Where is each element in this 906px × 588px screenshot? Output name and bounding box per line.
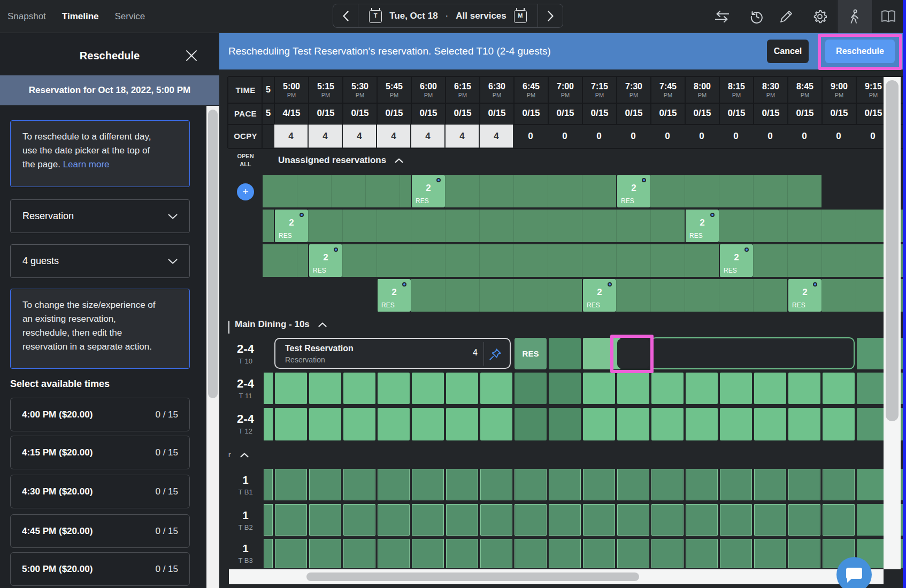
grid-cell[interactable] bbox=[788, 408, 820, 440]
chat-widget-button[interactable] bbox=[836, 557, 872, 588]
grid-cell[interactable] bbox=[754, 539, 786, 568]
grid-cell[interactable] bbox=[549, 469, 581, 500]
grid-cell[interactable] bbox=[583, 469, 615, 500]
grid-cell[interactable] bbox=[617, 504, 649, 536]
grid-cell[interactable] bbox=[686, 373, 718, 404]
grid-cell[interactable] bbox=[686, 504, 718, 536]
unassigned-reservation-block[interactable]: 2RES bbox=[719, 244, 753, 277]
vertical-scrollbar-thumb[interactable] bbox=[886, 80, 899, 421]
unassigned-reservation-block[interactable]: 2RES bbox=[411, 175, 445, 207]
grid-cell[interactable] bbox=[275, 539, 307, 568]
service-filter[interactable]: All services bbox=[456, 11, 506, 21]
grid-cell-available[interactable] bbox=[264, 373, 273, 404]
calendar-month-icon[interactable]: M bbox=[514, 10, 527, 23]
grid-cell[interactable] bbox=[754, 504, 786, 536]
tab-snapshot[interactable]: Snapshot bbox=[7, 11, 46, 22]
grid-cell[interactable] bbox=[343, 408, 375, 440]
grid-cell[interactable] bbox=[480, 504, 512, 536]
section-header-main-dining[interactable]: Main Dining - 10s bbox=[235, 312, 502, 337]
grid-cell[interactable] bbox=[309, 469, 341, 500]
grid-cell[interactable] bbox=[309, 373, 341, 404]
grid-cell[interactable] bbox=[549, 504, 581, 536]
unassigned-reservation-block[interactable]: 2RES bbox=[308, 244, 342, 277]
grid-cell[interactable] bbox=[583, 408, 615, 440]
type-dropdown[interactable]: Reservation bbox=[10, 199, 190, 233]
grid-cell[interactable] bbox=[480, 373, 512, 404]
sidebar-scrollbar-thumb[interactable] bbox=[208, 110, 218, 398]
unassigned-reservation-block[interactable]: 2RES bbox=[377, 279, 411, 312]
grid-cell[interactable] bbox=[823, 373, 855, 404]
time-slot-option[interactable]: 5:00 PM ($20.00)0 / 15 bbox=[10, 552, 190, 586]
grid-cell[interactable] bbox=[412, 408, 444, 440]
grid-cell[interactable] bbox=[583, 539, 615, 568]
grid-cell[interactable] bbox=[378, 469, 410, 500]
grid-cell[interactable] bbox=[617, 469, 649, 500]
horizontal-scrollbar[interactable] bbox=[229, 569, 884, 584]
grid-cell[interactable] bbox=[309, 408, 341, 440]
grid-cell[interactable] bbox=[720, 373, 752, 404]
time-slot-option[interactable]: 4:00 PM ($20.00)0 / 15 bbox=[10, 398, 190, 431]
grid-cell[interactable] bbox=[446, 539, 478, 568]
grid-cell[interactable] bbox=[720, 408, 752, 440]
cancel-button[interactable]: Cancel bbox=[767, 40, 809, 63]
tab-timeline[interactable]: Timeline bbox=[62, 11, 99, 22]
grid-cell[interactable] bbox=[720, 469, 752, 500]
grid-cell[interactable] bbox=[651, 408, 684, 440]
vertical-scrollbar[interactable] bbox=[884, 77, 901, 569]
grid-cell[interactable] bbox=[788, 539, 820, 568]
grid-cell[interactable] bbox=[720, 504, 752, 536]
settings-gear-icon[interactable] bbox=[802, 0, 838, 33]
section-header-bar[interactable]: r bbox=[228, 442, 260, 468]
grid-cell[interactable] bbox=[275, 504, 307, 536]
grid-cell[interactable] bbox=[264, 504, 273, 536]
unassigned-reservation-block[interactable]: 2RES bbox=[787, 279, 821, 312]
grid-cell[interactable] bbox=[480, 539, 512, 568]
grid-cell-available[interactable] bbox=[264, 408, 273, 440]
grid-cell[interactable] bbox=[378, 504, 410, 536]
grid-cell[interactable] bbox=[788, 469, 820, 500]
time-slot-option[interactable]: 4:15 PM ($20.00)0 / 15 bbox=[10, 436, 190, 469]
grid-cell[interactable] bbox=[720, 539, 752, 568]
walkin-person-icon[interactable] bbox=[837, 0, 872, 33]
grid-cell[interactable] bbox=[686, 408, 718, 440]
grid-cell[interactable] bbox=[788, 373, 820, 404]
grid-cell[interactable] bbox=[651, 373, 684, 404]
grid-cell[interactable] bbox=[754, 469, 786, 500]
grid-cell[interactable] bbox=[343, 469, 375, 500]
grid-cell[interactable] bbox=[515, 469, 547, 500]
grid-cell[interactable] bbox=[823, 408, 855, 440]
unassigned-reservation-block[interactable]: 2RES bbox=[274, 210, 308, 242]
grid-cell[interactable] bbox=[754, 373, 786, 404]
grid-cell[interactable] bbox=[264, 539, 273, 568]
grid-cell[interactable] bbox=[823, 469, 855, 500]
grid-cell[interactable] bbox=[549, 373, 581, 404]
grid-cell[interactable] bbox=[343, 504, 375, 536]
grid-cell[interactable] bbox=[343, 539, 375, 568]
next-day-button[interactable] bbox=[538, 11, 563, 21]
close-icon[interactable] bbox=[185, 49, 198, 62]
grid-cell[interactable] bbox=[412, 504, 444, 536]
time-slot-option[interactable]: 4:30 PM ($20.00)0 / 15 bbox=[10, 475, 190, 508]
grid-cell[interactable] bbox=[651, 504, 684, 536]
grid-cell[interactable] bbox=[378, 408, 410, 440]
open-all-button[interactable]: OPENALL bbox=[228, 148, 263, 173]
grid-cell[interactable] bbox=[515, 373, 547, 404]
section-header-unassigned[interactable]: Unassigned reservations bbox=[278, 148, 546, 173]
current-date[interactable]: Tue, Oct 18 bbox=[389, 11, 437, 21]
grid-cell[interactable] bbox=[446, 408, 478, 440]
grid-cell[interactable] bbox=[583, 504, 615, 536]
grid-cell[interactable] bbox=[549, 539, 581, 568]
learn-more-link[interactable]: Learn more bbox=[63, 159, 110, 169]
swap-icon[interactable] bbox=[704, 0, 740, 33]
grid-cell[interactable] bbox=[480, 469, 512, 500]
unassigned-reservation-block[interactable]: 2RES bbox=[582, 279, 616, 312]
grid-cell[interactable] bbox=[309, 539, 341, 568]
grid-cell[interactable] bbox=[686, 539, 718, 568]
grid-cell[interactable] bbox=[617, 539, 649, 568]
tab-service[interactable]: Service bbox=[115, 11, 145, 22]
grid-cell[interactable] bbox=[275, 408, 307, 440]
grid-cell[interactable] bbox=[446, 373, 478, 404]
grid-cell[interactable] bbox=[412, 373, 444, 404]
grid-cell[interactable] bbox=[480, 408, 512, 440]
grid-cell[interactable] bbox=[754, 408, 786, 440]
